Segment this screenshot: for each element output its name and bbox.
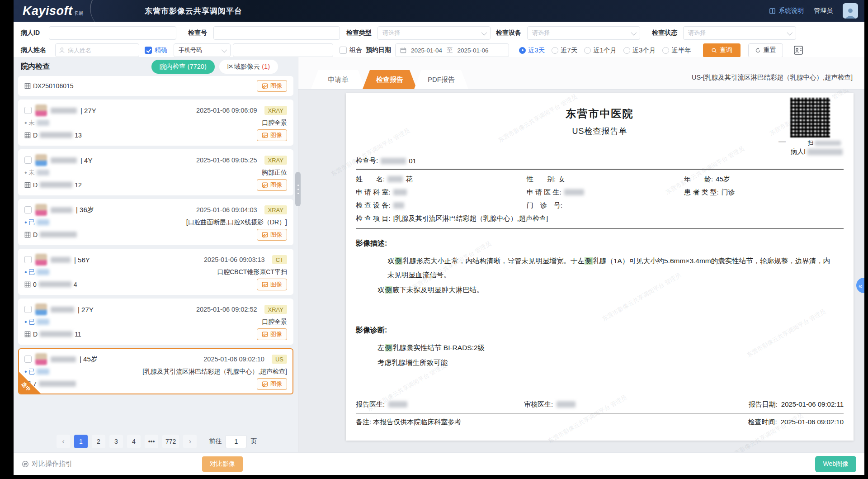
exact-match-checkbox[interactable] xyxy=(145,47,152,54)
report-date: 报告日期:2025-01-06 09:02:11 xyxy=(749,398,844,411)
card-layout-icon[interactable] xyxy=(793,45,804,56)
page-button-1[interactable]: 1 xyxy=(74,435,88,448)
card-checkbox[interactable] xyxy=(24,356,32,363)
image-button[interactable]: 图像 xyxy=(257,378,287,390)
system-help-link[interactable]: 系统说明 xyxy=(769,7,804,15)
report-tab-bar: 申请单 检查报告 PDF报告 US-[乳腺及其引流区淋巴结彩超（乳腺中心）,超声… xyxy=(298,57,864,90)
imaging-description-label: 影像描述: xyxy=(356,239,844,248)
quick-range-2[interactable]: 近1个月 xyxy=(584,46,617,55)
exam-card[interactable]: | 27Y 2025-01-06 09:06:09 XRAY •未 口腔全景 D… xyxy=(18,100,293,146)
avatar[interactable] xyxy=(843,3,858,19)
card-checkbox[interactable] xyxy=(24,206,32,213)
image-button[interactable]: 图像 xyxy=(257,279,287,290)
report-footer: 报告医生: 审核医生: 报告日期:2025-01-06 09:02:11 备注:… xyxy=(356,398,844,429)
tab-regional-cloud[interactable]: 区域影像云 (1) xyxy=(219,60,278,74)
chevron-down-icon xyxy=(481,29,487,35)
exam-status-select[interactable]: 请选择 xyxy=(683,26,796,40)
imaging-diagnosis-label: 影像诊断: xyxy=(356,326,844,335)
patient-id-input[interactable] xyxy=(49,26,176,40)
combo-label: 组合 xyxy=(349,46,362,54)
report-status: •已 xyxy=(24,218,49,227)
reset-button[interactable]: 重置 xyxy=(748,43,783,57)
patient-name-input[interactable] xyxy=(55,43,139,57)
app-logo: Kayisoft 卡易 xyxy=(14,0,127,22)
exam-time: 2025-01-06 09:05:25 xyxy=(196,157,257,164)
panel-resize-handle[interactable] xyxy=(295,172,301,206)
patient-avatar xyxy=(35,304,47,315)
page-button-2[interactable]: 2 xyxy=(92,435,105,448)
patient-name-redacted xyxy=(51,157,77,163)
date-to[interactable]: 2025-01-06 xyxy=(458,47,489,54)
chevron-down-icon xyxy=(222,47,227,52)
combo-checkbox[interactable] xyxy=(340,47,347,54)
page-button-4[interactable]: 4 xyxy=(127,435,141,448)
report-doctor: 报告医生: xyxy=(356,398,524,411)
exam-card-selected[interactable]: | 45岁 2025-01-06 09:02:10 US •已 [乳腺及其引流区… xyxy=(18,348,293,394)
tab-application-form[interactable]: 申请单 xyxy=(311,70,365,89)
quick-range-4[interactable]: 近半年 xyxy=(662,46,691,55)
exam-no-input[interactable] xyxy=(213,26,340,40)
grid-icon xyxy=(24,232,31,238)
image-button[interactable]: 图像 xyxy=(257,179,287,191)
image-button[interactable]: 图像 xyxy=(257,328,287,340)
page-unit-label: 页 xyxy=(250,437,257,446)
date-range-picker[interactable]: 2025-01-04 至 2025-01-06 xyxy=(395,43,509,57)
tab-hospital-exams[interactable]: 院内检查 (7720) xyxy=(151,60,215,74)
tab-pdf-report[interactable]: PDF报告 xyxy=(414,70,468,89)
image-button[interactable]: 图像 xyxy=(257,229,287,241)
quick-range-1[interactable]: 近7天 xyxy=(552,46,577,55)
exam-id: 04 xyxy=(24,281,77,288)
exam-card[interactable]: | 56Y 2025-01-06 09:03:13 CT •已 口腔CBCT锥形… xyxy=(18,249,293,295)
phone-number-input[interactable] xyxy=(233,43,333,57)
search-icon xyxy=(711,47,717,53)
card-checkbox[interactable] xyxy=(24,256,32,263)
compare-images-button[interactable]: 对比影像 xyxy=(202,456,243,472)
phone-field-select[interactable]: 手机号码 xyxy=(174,43,231,57)
card-checkbox[interactable] xyxy=(24,157,32,164)
page-ellipsis[interactable]: ••• xyxy=(145,435,158,448)
goto-label: 前往 xyxy=(209,437,222,446)
date-separator: 至 xyxy=(447,46,453,54)
exam-card-list: DX250106015 图像 | 27Y xyxy=(14,76,298,431)
date-from[interactable]: 2025-01-04 xyxy=(411,47,442,54)
page-button-772[interactable]: 772 xyxy=(162,435,179,448)
exam-id: D13 xyxy=(24,132,82,139)
exam-card[interactable]: | 36岁 2025-01-06 09:04:03 XRAY •已 [口腔曲面断… xyxy=(18,199,293,245)
exam-card[interactable]: | 4Y 2025-01-06 09:05:25 XRAY •未 胸部正位 D1… xyxy=(18,149,293,195)
card-checkbox[interactable] xyxy=(24,306,32,313)
divider xyxy=(356,169,844,170)
prev-page-button[interactable]: ‹ xyxy=(57,435,70,448)
image-button[interactable]: 图像 xyxy=(257,129,287,141)
modality-badge: US xyxy=(272,355,287,364)
quick-range-0[interactable]: 近3天 xyxy=(519,46,545,55)
username-label: 管理员 xyxy=(814,7,833,15)
grid-icon xyxy=(24,132,31,138)
modality-badge: CT xyxy=(272,255,287,264)
panel-title: 院内检查 xyxy=(21,62,50,71)
web-image-button[interactable]: Web图像 xyxy=(815,456,856,472)
exam-device-label: 检查设备 xyxy=(496,29,521,37)
exam-device-select[interactable]: 请选择 xyxy=(527,26,640,40)
search-button[interactable]: 查询 xyxy=(703,43,741,57)
qr-caption: 扫 xyxy=(808,139,841,147)
patient-avatar xyxy=(35,204,47,216)
exam-card[interactable]: | 27Y 2025-01-06 09:02:52 XRAY •已 口腔全景 D… xyxy=(18,299,293,345)
next-page-button[interactable]: › xyxy=(183,435,197,448)
patient-age: | 4Y xyxy=(80,157,92,164)
app-window: Kayisoft 卡易 东营市影像云共享调阅平台 系统说明 管理员 病人ID 检… xyxy=(14,0,864,475)
search-filter-panel: 病人ID 检查号 检查类型 请选择 检查设备 请选择 检查状态 请选择 病人姓名 xyxy=(14,22,864,62)
exam-type-select[interactable]: 请选择 xyxy=(377,26,491,40)
goto-page-input[interactable] xyxy=(225,435,247,448)
tab-exam-report[interactable]: 检查报告 xyxy=(363,70,417,89)
quick-range-3[interactable]: 近3个月 xyxy=(623,46,656,55)
field-patient-type: 患 者 类 型:门诊 xyxy=(684,185,844,199)
person-icon xyxy=(59,47,65,53)
logo-suffix: 卡易 xyxy=(74,10,84,17)
card-checkbox[interactable] xyxy=(24,107,32,114)
radio-icon xyxy=(584,47,591,54)
radio-icon xyxy=(623,47,630,54)
image-button[interactable]: 图像 xyxy=(257,80,287,92)
exam-card-partial[interactable]: DX250106015 图像 xyxy=(18,76,293,96)
page-button-3[interactable]: 3 xyxy=(109,435,123,448)
compare-guide-link[interactable]: 对比操作指引 xyxy=(22,460,72,468)
